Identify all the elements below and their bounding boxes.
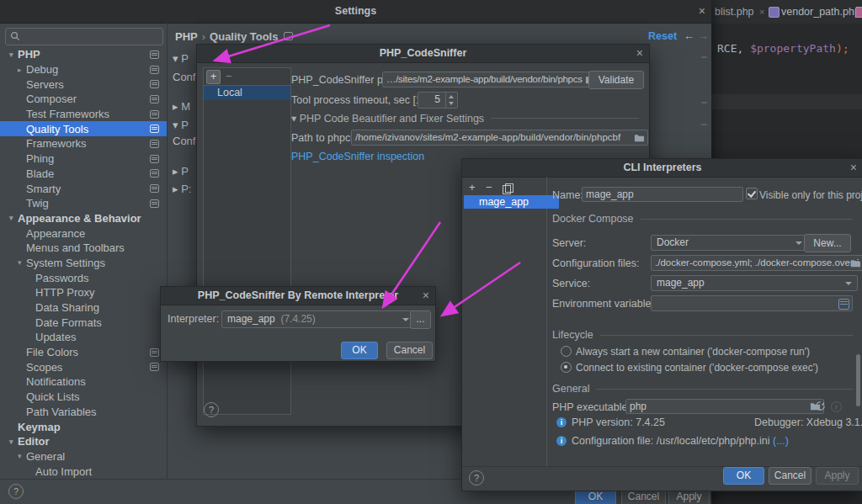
server-dropdown[interactable]: Docker bbox=[651, 235, 808, 251]
sidebar-item-servers[interactable]: Servers bbox=[0, 77, 167, 92]
close-icon[interactable]: × bbox=[423, 289, 429, 302]
tree-chevron-icon[interactable]: ▾ bbox=[9, 214, 18, 222]
cli-ok-button[interactable]: OK bbox=[723, 467, 764, 485]
page-fragment: ▾ P bbox=[173, 52, 189, 65]
settings-badge-icon bbox=[150, 125, 159, 133]
sidebar-item-path-variables[interactable]: Path Variables bbox=[0, 405, 167, 420]
tree-chevron-icon[interactable]: ▸ bbox=[18, 66, 26, 74]
help-icon[interactable]: ? bbox=[8, 484, 24, 499]
ri-cancel-button[interactable]: Cancel bbox=[386, 342, 433, 359]
tab-close-icon[interactable]: × bbox=[846, 7, 851, 17]
add-icon[interactable]: + bbox=[206, 70, 221, 84]
codesniffer-inspection-link[interactable]: PHP_CodeSniffer inspection bbox=[291, 151, 424, 162]
remove-icon[interactable]: − bbox=[226, 70, 232, 82]
service-dropdown[interactable]: mage_app bbox=[651, 275, 858, 291]
ri-ok-button[interactable]: OK bbox=[341, 342, 378, 359]
tree-chevron-icon[interactable]: ▾ bbox=[9, 438, 18, 446]
tab-close-icon[interactable]: × bbox=[759, 7, 764, 17]
env-vars-field[interactable] bbox=[651, 295, 853, 311]
sidebar-item-quality-tools[interactable]: Quality Tools bbox=[0, 121, 167, 136]
help-icon[interactable]: ? bbox=[469, 470, 484, 485]
sidebar-item-system-settings[interactable]: ▾ System Settings bbox=[0, 256, 167, 271]
cs-path-field[interactable]: …/sites/m2-example-app/build/vendor/bin/… bbox=[382, 72, 599, 88]
refresh-icon[interactable] bbox=[815, 401, 826, 411]
radio-always-start[interactable] bbox=[561, 346, 572, 357]
tree-chevron-icon[interactable]: ▾ bbox=[18, 258, 26, 267]
sidebar-item-notifications[interactable]: Notifications bbox=[0, 374, 167, 390]
sidebar-item-data-sharing[interactable]: Data Sharing bbox=[0, 300, 167, 316]
remove-icon[interactable]: − bbox=[486, 181, 492, 194]
sidebar-item-appearance-behavior[interactable]: ▾ Appearance & Behavior bbox=[0, 211, 167, 226]
tab-blist-php[interactable]: blist.php bbox=[715, 6, 754, 18]
sidebar-item-editor[interactable]: ▾ Editor bbox=[0, 434, 167, 449]
sidebar-item-keymap[interactable]: Keymap bbox=[0, 419, 167, 434]
sidebar-item-php[interactable]: ▾ PHP bbox=[0, 47, 167, 62]
sidebar-item-general[interactable]: ▾ General bbox=[0, 449, 167, 464]
radio-connect-existing[interactable] bbox=[561, 362, 572, 373]
beautifier-section-header[interactable]: ▾ PHP Code Beautifier and Fixer Settings bbox=[291, 112, 639, 125]
copy-icon[interactable] bbox=[503, 185, 511, 194]
sidebar-item-blade[interactable]: Blade bbox=[0, 167, 167, 182]
config-file-more-link[interactable]: (...) bbox=[773, 435, 789, 447]
close-icon[interactable]: × bbox=[699, 4, 705, 18]
folder-icon[interactable] bbox=[850, 258, 861, 268]
cli-cancel-button[interactable]: Cancel bbox=[769, 467, 811, 485]
info-icon: i bbox=[556, 417, 567, 427]
sidebar-item-quick-lists[interactable]: Quick Lists bbox=[0, 390, 167, 405]
sidebar-item-updates[interactable]: Updates bbox=[0, 330, 167, 345]
tree-chevron-icon[interactable]: ▾ bbox=[18, 452, 26, 460]
timeout-stepper[interactable]: 5 bbox=[418, 92, 458, 109]
sidebar-item-auto-import[interactable]: Auto Import bbox=[0, 464, 167, 479]
sidebar-item-file-colors[interactable]: File Colors bbox=[0, 345, 167, 360]
close-icon[interactable]: × bbox=[850, 161, 857, 174]
sidebar-item-frameworks[interactable]: Frameworks bbox=[0, 136, 167, 151]
sidebar-item-test-frameworks[interactable]: Test Frameworks bbox=[0, 107, 167, 122]
close-icon[interactable]: × bbox=[636, 46, 643, 60]
breadcrumb-quality-tools[interactable]: Quality Tools bbox=[210, 30, 278, 43]
visible-only-checkbox[interactable] bbox=[746, 188, 758, 199]
sidebar-item-smarty[interactable]: Smarty bbox=[0, 181, 167, 196]
sidebar-item-scopes[interactable]: Scopes bbox=[0, 359, 167, 374]
folder-icon[interactable] bbox=[634, 133, 645, 142]
sidebar-item-menus-and-toolbars[interactable]: Menus and Toolbars bbox=[0, 241, 167, 256]
cli-apply-button[interactable]: Apply bbox=[816, 467, 859, 485]
breadcrumb-php[interactable]: PHP bbox=[175, 30, 198, 43]
sidebar-item-label: Quality Tools bbox=[26, 123, 88, 135]
sidebar-item-passwords[interactable]: Passwords bbox=[0, 270, 167, 285]
phpcbf-field[interactable]: /home/izivanov/sites/m2-example-app/buil… bbox=[351, 130, 648, 146]
reset-link[interactable]: Reset bbox=[648, 30, 677, 42]
sidebar-item-composer[interactable]: Composer bbox=[0, 92, 167, 107]
add-icon[interactable]: + bbox=[469, 181, 476, 194]
list-item-mage-app[interactable]: mage_app bbox=[464, 195, 559, 209]
chevron-down-icon bbox=[795, 241, 802, 245]
stepper-down-icon[interactable] bbox=[449, 102, 454, 105]
tree-chevron-icon[interactable]: ▾ bbox=[9, 50, 18, 59]
sidebar-item-twig[interactable]: Twig bbox=[0, 196, 167, 211]
list-item-local[interactable]: Local bbox=[204, 86, 290, 100]
codesniffer-config-list: + − Local bbox=[203, 67, 291, 415]
general-section: General bbox=[552, 383, 853, 395]
settings-badge-icon bbox=[150, 169, 159, 178]
help-icon[interactable]: ? bbox=[204, 402, 219, 417]
interpreter-dropdown[interactable]: mage_app (7.4.25) bbox=[221, 310, 415, 328]
scrollbar-thumb[interactable] bbox=[856, 354, 860, 406]
new-server-button[interactable]: New... bbox=[804, 234, 851, 252]
remote-interpreter-title: PHP_CodeSniffer By Remote Interpreter bbox=[161, 289, 435, 301]
settings-search-input[interactable] bbox=[5, 28, 163, 45]
stepper-up-icon[interactable] bbox=[449, 95, 454, 98]
sidebar-item-date-formats[interactable]: Date Formats bbox=[0, 315, 167, 330]
name-field[interactable]: mage_app bbox=[582, 187, 743, 202]
stepper-buttons[interactable] bbox=[445, 93, 457, 108]
sidebar-item-label: Test Frameworks bbox=[26, 108, 109, 120]
sidebar-item-http-proxy[interactable]: HTTP Proxy bbox=[0, 285, 167, 300]
browse-button[interactable]: ... bbox=[410, 310, 431, 329]
sidebar-item-appearance[interactable]: Appearance bbox=[0, 225, 167, 241]
sidebar-item-debug[interactable]: ▸ Debug bbox=[0, 62, 167, 77]
back-icon[interactable]: ← bbox=[684, 29, 694, 42]
expand-editor-icon[interactable] bbox=[838, 299, 849, 310]
php-executable-field[interactable]: php bbox=[625, 399, 824, 414]
forward-icon[interactable]: → bbox=[698, 29, 709, 42]
validate-button[interactable]: Validate bbox=[588, 71, 644, 89]
config-files-field[interactable]: ./docker-compose.yml; ./docker-compose.o… bbox=[651, 255, 862, 271]
sidebar-item-phing[interactable]: Phing bbox=[0, 151, 167, 167]
